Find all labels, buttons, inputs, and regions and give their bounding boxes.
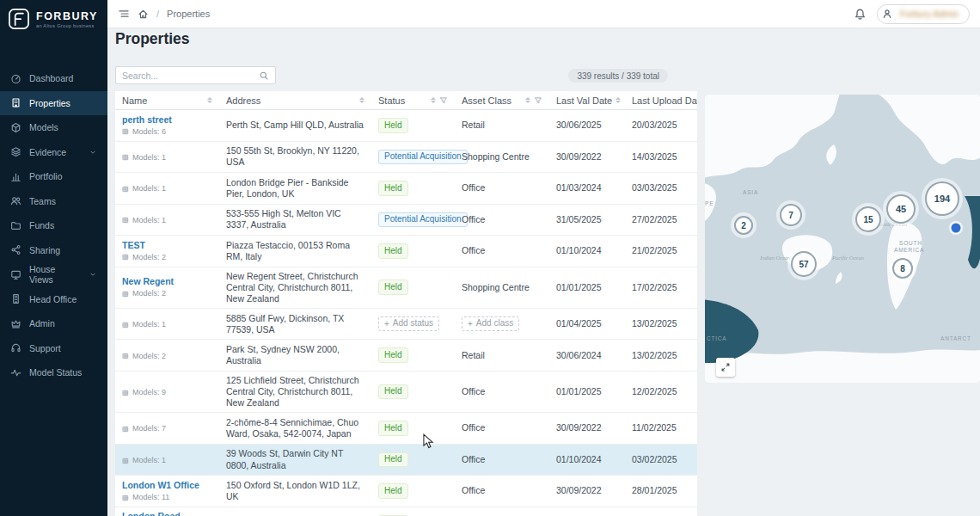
table-row[interactable]: Models: 9125 Lichfield Street, Christchu…	[115, 372, 697, 413]
sidebar-item-label: Dashboard	[29, 73, 73, 83]
filter-icon[interactable]	[439, 96, 448, 105]
address-cell: London Rd, Sheffield, UK	[219, 507, 371, 516]
map-cluster[interactable]: 45	[886, 194, 916, 224]
table-row[interactable]: Models: 139 Woods St, Darwin City NT 080…	[115, 445, 697, 476]
table-row[interactable]: Models: 15885 Gulf Fwy, Dickinson, TX 77…	[115, 309, 697, 341]
property-name-link[interactable]: New Regent	[122, 276, 174, 287]
column-header-last-val-date[interactable]: Last Val Date	[549, 95, 625, 106]
table-row[interactable]: London RoadModels: 4London Rd, Sheffield…	[115, 507, 697, 516]
brand-logo[interactable]: FORBURY an Altus Group business	[0, 0, 107, 37]
sidebar-item-admin[interactable]: Admin	[0, 311, 107, 336]
table-row[interactable]: Models: 2Park St, Sydney NSW 2000, Austr…	[115, 340, 697, 372]
table-row[interactable]: London W1 OfficeModels: 11150 Oxford St,…	[115, 476, 697, 507]
sidebar-item-portfolio[interactable]: Portfolio	[0, 164, 107, 189]
asset-class-text: Office	[462, 422, 485, 433]
sidebar-item-evidence[interactable]: Evidence	[0, 140, 107, 165]
table-body: perth streetModels: 6Perth St, Camp Hill…	[115, 110, 697, 516]
caret-up-icon	[207, 97, 212, 100]
map-cluster[interactable]: 8	[892, 258, 913, 279]
column-label: Last Upload Date	[632, 95, 697, 106]
sidebar-item-teams[interactable]: Teams	[0, 189, 107, 214]
column-header-address[interactable]: Address	[219, 95, 371, 106]
grid-icon	[122, 128, 129, 135]
building-icon	[10, 97, 21, 108]
column-header-status[interactable]: Status	[371, 95, 455, 106]
sidebar-item-properties[interactable]: Properties	[0, 91, 107, 116]
property-name-link[interactable]: perth street	[122, 114, 172, 126]
table-row[interactable]: New RegentModels: 2New Regent Street, Ch…	[115, 267, 697, 309]
add-class-button[interactable]: +Add class	[462, 316, 519, 332]
sort-icon[interactable]	[431, 97, 436, 104]
property-name-link[interactable]: London Road	[122, 511, 181, 516]
asset-class-text: Retail	[462, 350, 485, 361]
address-cell: 150 Oxford St, London W1D 1LZ, UK	[219, 476, 371, 507]
sort-icon[interactable]	[207, 97, 212, 104]
column-header-last-upload-date[interactable]: Last Upload Date	[625, 95, 697, 106]
user-menu[interactable]: Forbury Admin	[877, 4, 970, 24]
sort-icon[interactable]	[616, 97, 621, 104]
sort-icon[interactable]	[359, 97, 364, 104]
asset-class-text: Office	[462, 182, 485, 194]
name-cell: Models: 1	[115, 445, 219, 476]
map-marker-dot[interactable]	[952, 224, 961, 233]
models-count-label: Models: 1	[132, 184, 166, 194]
add-class-label: Add class	[476, 318, 513, 329]
layers-icon	[10, 146, 21, 157]
models-count-label: Models: 2	[132, 253, 166, 262]
address-cell: Piazza Testaccio, 00153 Roma RM, Italy	[219, 236, 371, 267]
models-count: Models: 2	[122, 253, 166, 262]
table-row[interactable]: perth streetModels: 6Perth St, Camp Hill…	[115, 110, 697, 142]
address-cell: 5885 Gulf Fwy, Dickinson, TX 77539, USA	[219, 309, 371, 340]
sidebar-item-dashboard[interactable]: Dashboard	[0, 66, 107, 91]
asset-class-cell: Retail	[455, 110, 549, 141]
home-icon[interactable]	[138, 9, 149, 20]
asset-class-text: Shopping Centre	[462, 282, 530, 293]
table-row[interactable]: TESTModels: 2Piazza Testaccio, 00153 Rom…	[115, 236, 697, 267]
map-cluster[interactable]: 15	[855, 206, 881, 232]
last-val-date-cell: 01/10/2024	[549, 236, 625, 267]
search-icon[interactable]	[259, 71, 269, 81]
map-cluster[interactable]: 194	[925, 181, 959, 216]
sidebar-item-label: Portfolio	[29, 171, 63, 181]
name-cell: perth streetModels: 6	[115, 110, 219, 141]
breadcrumb[interactable]: Properties	[167, 9, 210, 19]
grid-icon	[122, 254, 129, 261]
sidebar-item-house-views[interactable]: House Views	[0, 262, 107, 287]
filter-icon[interactable]	[534, 96, 542, 105]
table-row[interactable]: Models: 1150 55th St, Brooklyn, NY 11220…	[115, 142, 697, 174]
search-input[interactable]	[122, 71, 254, 81]
map-cluster[interactable]: 7	[780, 204, 802, 226]
address-text: 150 55th St, Brooklyn, NY 11220, USA	[226, 145, 364, 168]
sidebar-item-model-status[interactable]: Model Status	[0, 360, 107, 385]
address-cell: London Bridge Pier - Bankside Pier, Lond…	[219, 173, 371, 204]
table-row[interactable]: Models: 1533-555 High St, Melton VIC 333…	[115, 205, 697, 236]
sidebar-item-funds[interactable]: Funds	[0, 213, 107, 238]
map-cluster[interactable]: 2	[734, 216, 753, 235]
sort-icon[interactable]	[525, 97, 530, 104]
map-expand-button[interactable]	[716, 358, 735, 377]
address-text: 533-555 High St, Melton VIC 3337, Austra…	[226, 208, 364, 230]
status-badge: Held	[378, 181, 408, 196]
column-header-name[interactable]: Name	[115, 95, 219, 106]
map-panel[interactable]: ASIAPEIndian OceanPacific OceanAtlantic …	[705, 95, 980, 383]
sidebar-item-label: Teams	[29, 196, 56, 206]
sidebar-item-head-office[interactable]: Head Office	[0, 287, 107, 312]
status-badge: Potential Acquisition	[378, 150, 468, 165]
status-cell: Held	[371, 110, 455, 141]
status-badge: Held	[378, 421, 408, 436]
add-status-button[interactable]: +Add status	[378, 316, 439, 332]
toc-icon[interactable]	[118, 8, 130, 20]
table-row[interactable]: Models: 1London Bridge Pier - Bankside P…	[115, 173, 697, 205]
table-row[interactable]: Models: 72-chōme-8-4 Sennichimae, Chuo W…	[115, 413, 697, 445]
map-cluster[interactable]: 57	[791, 251, 817, 277]
column-header-asset-class[interactable]: Asset Class	[455, 95, 549, 106]
property-name-link[interactable]: TEST	[122, 240, 145, 251]
models-count-label: Models: 9	[132, 388, 166, 397]
sidebar-item-support[interactable]: Support	[0, 336, 107, 361]
results-badge: 339 results / 339 total	[568, 69, 668, 83]
sidebar-item-sharing[interactable]: Sharing	[0, 238, 107, 263]
bell-icon[interactable]	[854, 8, 867, 21]
address-text: Park St, Sydney NSW 2000, Australia	[226, 344, 364, 366]
property-name-link[interactable]: London W1 Office	[122, 480, 199, 491]
sidebar-item-models[interactable]: Models	[0, 115, 107, 140]
